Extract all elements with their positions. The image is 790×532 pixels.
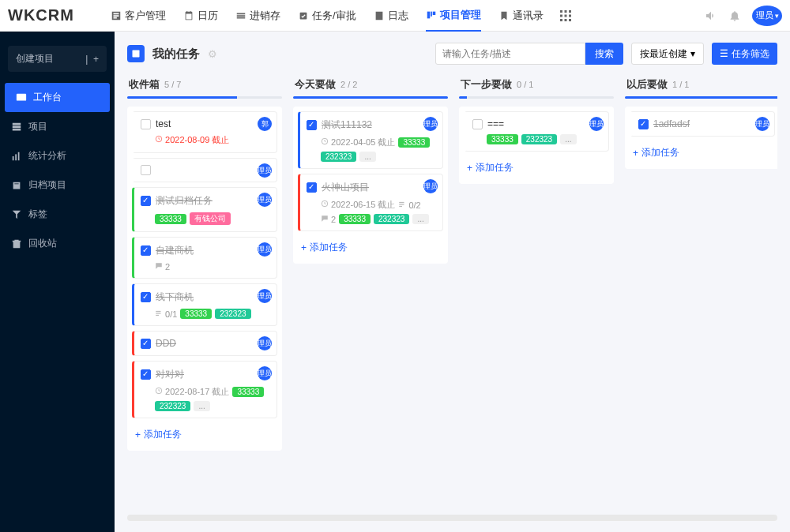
svg-rect-9 [560,19,562,21]
checkbox[interactable] [141,339,151,349]
tag: 232323 [374,214,409,224]
svg-rect-5 [569,10,571,13]
tag: ... [412,214,428,224]
svg-rect-12 [17,93,26,100]
assignee-avatar: 理员 [258,163,272,178]
column-header: 下一步要做0 / 1 [459,74,614,96]
scrollbar[interactable] [127,515,777,521]
nav-item-1[interactable]: 日历 [183,1,218,31]
svg-rect-26 [400,205,403,206]
checkbox[interactable] [141,119,151,129]
nav-item-3[interactable]: 任务/审批 [298,1,356,31]
task-card[interactable]: 自建商机 理员 2 [132,237,277,279]
svg-rect-4 [564,10,566,13]
column-0: 收件箱5 / 7 test 郭 2022-08-09 截止 理员 测试归档任务 … [127,74,282,502]
add-task-button[interactable]: + 添加任务 [132,423,277,446]
user-avatar[interactable]: 理员▾ [752,6,782,26]
card-title: 1adfadsf [653,118,690,129]
nav-item-0[interactable]: 客户管理 [111,1,166,31]
svg-rect-0 [427,11,430,18]
add-task-button[interactable]: + 添加任务 [464,156,609,179]
add-task-button[interactable]: + 添加任务 [630,141,775,164]
svg-rect-16 [133,51,140,58]
card-title: 自建商机 [156,244,194,257]
nav-item-4[interactable]: 日志 [374,1,408,31]
svg-rect-18 [156,310,160,311]
card-title: DDD [156,338,176,349]
sort-button[interactable]: 按最近创建▾ [631,43,704,65]
column-header: 以后要做1 / 1 [625,74,777,96]
assignee-avatar: 理员 [258,289,272,303]
checkbox[interactable] [472,119,483,129]
tag: 33333 [180,309,212,319]
tag: ... [194,401,209,411]
gear-icon[interactable]: ⚙ [208,48,217,60]
search-button[interactable]: 搜索 [585,43,623,65]
svg-rect-15 [18,152,20,160]
nav-item-2[interactable]: 进销存 [235,1,280,31]
card-title: === [487,118,504,129]
sidebar-item-0[interactable]: 工作台 [5,83,110,112]
checkbox[interactable] [638,119,649,129]
column-progress [625,96,777,99]
task-card[interactable]: 对对对 理员 2022-08-17 截止33333232323... [132,361,277,418]
column-2: 下一步要做0 / 1 === 理员 33333232323... + 添加任务 [459,74,614,502]
task-card[interactable]: test 郭 2022-08-09 截止 [132,111,277,153]
kanban-board: 收件箱5 / 7 test 郭 2022-08-09 截止 理员 测试归档任务 … [127,74,777,510]
svg-rect-24 [400,201,404,202]
column-3: 以后要做1 / 1 1adfadsf 理员 + 添加任务 [625,74,777,502]
card-title: 火神山项目 [322,181,369,194]
task-card[interactable]: 线下商机 理员 0/133333232323 [132,283,277,326]
tag: ... [560,134,576,144]
tag: 232323 [155,401,190,411]
title-icon [127,45,145,62]
checkbox[interactable] [141,245,151,256]
task-card[interactable]: 测试111132 理员 2022-04-05 截止33333232323... [298,111,443,169]
task-card[interactable]: 火神山项目 理员 2022-06-15 截止 0/2 233333232323.… [298,174,443,231]
column-progress [293,96,448,99]
checkbox[interactable] [141,165,151,175]
sidebar-item-5[interactable]: 回收站 [0,229,115,258]
sidebar-item-1[interactable]: 项目 [0,112,115,141]
tag: 232323 [215,309,250,319]
task-card[interactable]: === 理员 33333232323... [464,111,609,152]
task-card[interactable]: DDD 理员 [132,331,277,356]
assignee-avatar: 理员 [258,193,272,207]
checkbox[interactable] [141,369,151,380]
search-input[interactable] [435,43,585,65]
svg-rect-25 [400,204,404,204]
add-task-button[interactable]: + 添加任务 [298,236,443,259]
svg-rect-11 [569,19,571,21]
task-card[interactable]: 测试归档任务 理员 33333有钱公司 [132,187,277,232]
checkbox[interactable] [307,182,317,193]
column-progress [459,96,614,99]
column-progress [127,96,282,99]
checkbox[interactable] [141,196,151,206]
filter-button[interactable]: ☰任务筛选 [712,43,777,65]
create-project-button[interactable]: 创建项目 | + [8,46,107,72]
tag: 有钱公司 [190,212,231,225]
checkbox[interactable] [141,292,151,302]
task-card[interactable]: 1adfadsf 理员 [630,111,775,137]
assignee-avatar: 郭 [258,117,272,131]
assignee-avatar: 理员 [755,117,769,131]
nav-item-6[interactable]: 通讯录 [498,1,544,31]
svg-rect-6 [560,14,562,17]
checkbox[interactable] [307,120,317,130]
card-title: 线下商机 [156,290,194,304]
sidebar-item-4[interactable]: 标签 [0,200,115,229]
tag: 33333 [398,137,430,148]
task-card[interactable]: 理员 [132,158,277,182]
column-header: 今天要做2 / 2 [293,74,448,96]
svg-rect-1 [431,11,432,16]
tag: 33333 [339,214,371,224]
svg-rect-20 [156,314,159,315]
apps-icon[interactable] [559,9,572,22]
sound-icon[interactable] [705,9,717,22]
sidebar-item-3[interactable]: 归档项目 [0,170,115,200]
tag: 232323 [321,152,356,162]
svg-rect-3 [560,10,562,13]
bell-icon[interactable] [728,9,741,22]
sidebar-item-2[interactable]: 统计分析 [0,141,115,170]
nav-item-5[interactable]: 项目管理 [426,0,481,32]
